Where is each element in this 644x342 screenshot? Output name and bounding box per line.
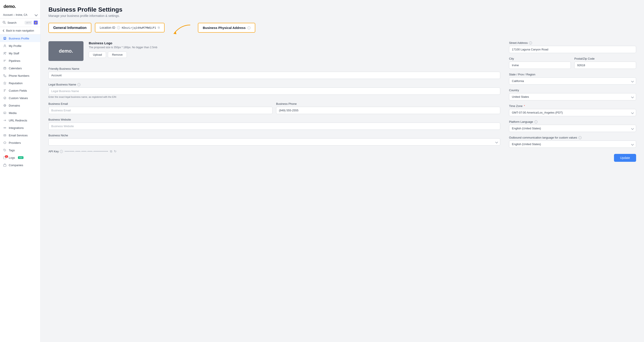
sidebar-item-label: Phone Numbers: [9, 74, 29, 77]
providers-icon: [3, 141, 6, 144]
country-input[interactable]: [509, 93, 636, 100]
copy-icon[interactable]: ⧉: [158, 26, 160, 29]
api-key-info-icon: i: [60, 150, 63, 153]
state-group: State / Prov / Region: [509, 73, 636, 85]
email-phone-row: Business Email Business Phone: [48, 102, 500, 118]
svg-rect-14: [4, 90, 6, 90]
timezone-input[interactable]: [509, 109, 636, 116]
sidebar-item-media[interactable]: Media: [0, 109, 40, 117]
sidebar-item-phone-numbers[interactable]: Phone Numbers: [0, 72, 40, 79]
postal-input[interactable]: [574, 62, 636, 69]
legal-name-input[interactable]: [48, 88, 500, 95]
search-bar[interactable]: Search ctrl K ⚡: [0, 19, 40, 27]
sidebar-item-pipelines[interactable]: Pipelines: [0, 57, 40, 65]
sidebar-item-label: Providers: [9, 141, 21, 144]
staff-icon: [3, 52, 6, 55]
sidebar-item-calendars[interactable]: Calendars: [0, 65, 40, 72]
email-input[interactable]: [48, 107, 272, 114]
arrow-annotation: [168, 23, 194, 36]
street-address-group: Street Address i: [509, 41, 636, 53]
timezone-select-wrapper: [509, 109, 636, 116]
sidebar-item-tags[interactable]: Tags: [0, 146, 40, 154]
update-button[interactable]: Update: [614, 154, 636, 162]
pipelines-icon: [3, 59, 6, 63]
page-title: Business Profile Settings: [48, 6, 636, 13]
friendly-name-input[interactable]: [48, 72, 500, 79]
sidebar-item-my-staff[interactable]: My Staff: [0, 50, 40, 57]
required-star: *: [524, 104, 525, 108]
email-group: Business Email: [48, 102, 272, 114]
api-key-value: ••••••••-••••-••••-••••-••••••••••••: [65, 150, 108, 153]
search-shortcut: ctrl K: [25, 21, 32, 24]
platform-lang-input[interactable]: [509, 125, 636, 132]
outbound-lang-group: Outbound communication language for cust…: [509, 136, 636, 148]
upload-button[interactable]: Upload: [89, 52, 106, 58]
person-icon: [3, 44, 6, 48]
svg-point-17: [4, 97, 6, 99]
svg-rect-30: [4, 165, 6, 166]
account-selector[interactable]: Account -- Irvine, CA: [0, 12, 40, 19]
niche-select-wrapper: [48, 138, 500, 146]
phone-label: Business Phone: [276, 102, 500, 105]
website-input[interactable]: [48, 123, 500, 130]
sidebar-item-reputation[interactable]: Reputation: [0, 79, 40, 87]
integrations-icon: [3, 126, 6, 130]
companies-icon: [3, 163, 6, 167]
svg-point-26: [4, 150, 4, 150]
sidebar-item-label: Calendars: [9, 67, 22, 70]
fields-icon: [3, 89, 6, 92]
platform-lang-info-icon: i: [534, 120, 538, 123]
friendly-name-label: Friendly Business Name: [48, 67, 500, 70]
sidebar-item-business-profile[interactable]: Business Profile: [0, 35, 40, 42]
sidebar-item-email-services[interactable]: Email Services: [0, 132, 40, 139]
phone-input[interactable]: [276, 107, 500, 114]
outbound-lang-input[interactable]: [509, 141, 636, 148]
svg-rect-4: [4, 38, 4, 38]
chevron-down-icon: [34, 13, 38, 16]
niche-group: Business Niche: [48, 134, 500, 146]
app-logo: demo.: [0, 0, 40, 12]
email-icon: [3, 134, 6, 137]
legal-name-info-icon: i: [77, 83, 80, 86]
copy-api-key-icon[interactable]: ⧉: [110, 150, 112, 153]
sidebar: demo. Account -- Irvine, CA Search ctrl …: [0, 0, 40, 342]
svg-point-22: [4, 127, 4, 128]
sidebar-item-url-redirects[interactable]: URL Redirects: [0, 117, 40, 124]
state-input[interactable]: [509, 77, 636, 85]
location-id-value: KDozLrjq14HwM7MWQiP1: [122, 26, 156, 29]
state-select-wrapper: [509, 77, 636, 85]
svg-rect-5: [5, 38, 6, 38]
logo-buttons: Upload Remove: [89, 52, 500, 58]
outbound-lang-info-icon: i: [578, 136, 582, 139]
api-key-label: API Key i: [48, 150, 63, 153]
refresh-api-key-icon[interactable]: ↻: [114, 150, 116, 153]
sidebar-item-integrations[interactable]: Integrations: [0, 124, 40, 132]
sidebar-item-companies[interactable]: Companies: [0, 161, 40, 169]
street-address-input[interactable]: [509, 46, 636, 53]
sidebar-item-custom-fields[interactable]: Custom Fields: [0, 87, 40, 94]
city-input[interactable]: [509, 62, 571, 69]
phone-group: Business Phone: [276, 102, 500, 114]
notification-badge: 1: [5, 155, 8, 158]
svg-point-8: [5, 52, 6, 53]
sidebar-item-custom-values[interactable]: Custom Values: [0, 94, 40, 102]
postal-group: Postal/Zip Code: [574, 57, 636, 69]
sidebar-item-label: My Staff: [9, 52, 19, 55]
address-info-icon: i: [248, 26, 250, 29]
niche-input[interactable]: [48, 138, 500, 146]
back-navigation[interactable]: Back to main navigation: [0, 27, 40, 35]
legal-name-group: Legal Business Name i Enter the exact le…: [48, 83, 500, 98]
phone-icon: [3, 74, 6, 77]
sidebar-item-logs[interactable]: 1 Logs 1 new: [0, 154, 40, 161]
sidebar-item-providers[interactable]: Providers: [0, 139, 40, 146]
new-badge: new: [18, 156, 24, 159]
svg-rect-16: [4, 91, 5, 92]
api-key-row: API Key i ••••••••-••••-••••-••••-••••••…: [48, 150, 500, 153]
sidebar-item-label: Reputation: [9, 82, 22, 85]
sidebar-item-my-profile[interactable]: My Profile: [0, 42, 40, 50]
search-label: Search: [8, 21, 23, 24]
sidebar-item-domains[interactable]: Domains: [0, 102, 40, 109]
sidebar-item-label: Business Profile: [9, 37, 29, 40]
content-columns: demo. Business Logo The proposed size is…: [48, 41, 636, 162]
remove-button[interactable]: Remove: [108, 52, 127, 58]
